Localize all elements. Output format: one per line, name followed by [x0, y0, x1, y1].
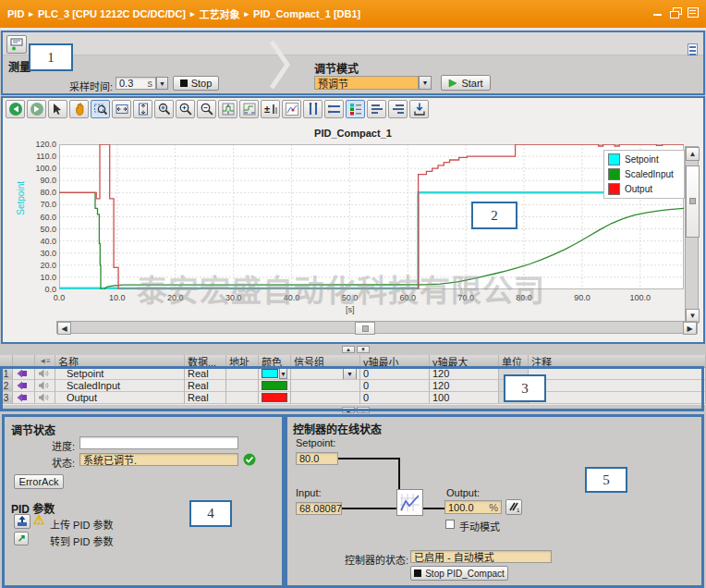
y-max-cell[interactable]: 120 — [430, 380, 499, 392]
upload-pid-params-label[interactable]: 上传 PID 参数 — [50, 517, 113, 532]
y-max-cell[interactable]: 120 — [430, 368, 499, 380]
tuning-mode-dropdown-icon[interactable]: ▼ — [419, 76, 432, 90]
signal-datatype-cell[interactable]: Real — [185, 368, 226, 380]
vertical-cursors-icon[interactable] — [303, 100, 323, 118]
output-field[interactable]: 100.0 % — [444, 500, 502, 514]
zoom-out-icon[interactable] — [197, 100, 216, 118]
fit-amplitude-icon[interactable] — [218, 100, 237, 118]
signal-name-cell[interactable]: Setpoint — [55, 368, 185, 380]
y-min-cell[interactable]: 0 — [360, 380, 430, 392]
header-unit[interactable]: 单位 — [499, 355, 529, 368]
manual-value-button[interactable]: 1 — [505, 499, 522, 515]
scroll-left-icon[interactable]: ◀ — [57, 322, 71, 335]
table-splitter-down-icon[interactable]: ▼ — [357, 407, 370, 413]
input-field[interactable]: 68.08087 — [296, 502, 342, 515]
signal-name-cell[interactable]: Output — [55, 392, 185, 404]
header-y-min[interactable]: y轴最小 — [360, 355, 430, 368]
sampling-time-input[interactable]: 0.3 s — [116, 77, 156, 90]
signal-color-cell[interactable]: ▼ — [259, 368, 291, 380]
chart-vertical-scrollbar[interactable]: ▲ ▼ — [685, 146, 699, 324]
fit-time-icon[interactable] — [239, 100, 259, 118]
tag-icon — [13, 392, 35, 404]
vertical-scroll-thumb[interactable] — [686, 165, 700, 238]
chart-horizontal-scrollbar[interactable]: ◀ ▶ — [56, 321, 698, 334]
zoom-vertical-icon[interactable] — [133, 100, 152, 118]
signal-name-cell[interactable]: ScaledInput — [55, 380, 185, 392]
align-right-icon[interactable] — [388, 100, 408, 118]
signal-datatype-cell[interactable]: Real — [185, 380, 226, 392]
breadcrumb-segment[interactable]: PID_Compact_1 [DB1] — [253, 8, 360, 19]
panel-options-icon[interactable] — [688, 43, 698, 55]
signal-group-cell[interactable] — [291, 380, 360, 392]
header-comment[interactable]: 注释 — [529, 355, 706, 368]
window-minimize-icon[interactable] — [652, 7, 663, 18]
horizontal-cursors-icon[interactable] — [324, 100, 344, 118]
window-float-icon[interactable] — [670, 7, 681, 18]
signal-address-cell[interactable] — [226, 392, 259, 404]
align-left-icon[interactable] — [367, 100, 386, 118]
signal-address-cell[interactable] — [226, 380, 259, 392]
breadcrumb-segment[interactable]: 工艺对象 — [200, 6, 240, 21]
breadcrumb-segment[interactable]: PLC_3 [CPU 1212C DC/DC/DC] — [38, 8, 186, 19]
signal-group-cell[interactable] — [291, 392, 360, 404]
y-min-cell[interactable]: 0 — [360, 368, 430, 380]
horizontal-scroll-thumb[interactable] — [355, 322, 375, 335]
zoom-in-icon[interactable] — [176, 100, 195, 118]
manual-mode-checkbox[interactable] — [445, 520, 455, 529]
header-datatype[interactable]: 数据... — [185, 355, 226, 368]
color-swatch[interactable] — [262, 381, 287, 390]
controller-state-field: 已启用 - 自动模式 — [410, 550, 552, 563]
tuning-mode-select[interactable]: 预调节 — [314, 76, 419, 90]
color-swatch[interactable] — [262, 369, 278, 378]
window-maximize-icon[interactable] — [688, 7, 699, 18]
header-y-max[interactable]: y轴最大 — [430, 355, 499, 368]
error-ack-button[interactable]: ErrorAck — [14, 474, 64, 489]
legend-icon[interactable] — [346, 100, 365, 118]
goto-pid-params-button[interactable]: ↗ — [14, 532, 29, 545]
breadcrumb[interactable]: PID▸PLC_3 [CPU 1212C DC/DC/DC]▸工艺对象▸PID_… — [7, 6, 360, 21]
pan-hand-icon[interactable] — [69, 100, 89, 118]
setpoint-field[interactable]: 80.0 — [296, 452, 338, 465]
stop-pid-compact-button[interactable]: Stop PID_Compact — [410, 566, 508, 581]
legend-label: Output — [625, 184, 652, 194]
y-min-cell[interactable]: 0 — [360, 392, 430, 404]
color-swatch[interactable] — [262, 393, 287, 402]
tuning-status-panel: 调节状态 进度: 状态: 系统已调节. ErrorAck PID 参数 ⚠ 上传… — [2, 414, 285, 588]
scroll-right-icon[interactable]: ▶ — [683, 322, 697, 335]
upload-pid-params-button[interactable] — [14, 514, 30, 529]
zoom-region-icon[interactable] — [91, 100, 110, 118]
sampling-unit-dropdown-icon[interactable]: ▼ — [156, 77, 168, 90]
undo-icon[interactable] — [6, 100, 25, 118]
comment-cell[interactable] — [529, 380, 706, 392]
tuning-start-button[interactable]: Start — [441, 75, 491, 91]
signal-color-cell[interactable] — [259, 392, 291, 404]
splitter-collapse-icon[interactable]: ▲ — [342, 346, 355, 353]
select-cursor-icon[interactable] — [48, 100, 67, 118]
y-max-cell[interactable]: 100 — [430, 392, 499, 404]
comment-cell[interactable] — [529, 392, 706, 404]
signal-datatype-cell[interactable]: Real — [185, 392, 226, 404]
measure-stop-button[interactable]: Stop — [173, 76, 219, 91]
goto-pid-params-label[interactable]: 转到 PID 参数 — [50, 533, 113, 548]
redo-icon[interactable] — [27, 100, 46, 118]
export-icon[interactable] — [409, 100, 429, 118]
zoom-horizontal-icon[interactable] — [112, 100, 131, 118]
signal-group-cell[interactable]: ▼ — [291, 368, 360, 380]
measure-onoff-icon[interactable] — [6, 35, 27, 54]
auto-scale-icon[interactable]: ± — [261, 100, 280, 118]
zoom-dynamic-icon[interactable] — [154, 100, 174, 118]
signal-group-dropdown-icon[interactable]: ▼ — [343, 368, 357, 380]
header-color[interactable]: 颜色 — [259, 355, 291, 368]
table-splitter-up-icon[interactable]: ▲ — [342, 407, 355, 413]
splitter-expand-icon[interactable]: ▼ — [357, 346, 370, 353]
scroll-up-icon[interactable]: ▲ — [686, 147, 700, 161]
curve-values-icon[interactable] — [282, 100, 301, 118]
signal-address-cell[interactable] — [226, 368, 259, 380]
header-address[interactable]: 地址 — [226, 355, 259, 368]
header-signal-group[interactable]: 信号组 — [291, 355, 360, 368]
breadcrumb-segment[interactable]: PID — [7, 8, 24, 19]
signal-color-cell[interactable] — [259, 380, 291, 392]
comment-cell[interactable] — [529, 368, 706, 380]
header-name[interactable]: 名称 — [55, 355, 185, 368]
color-dropdown-icon[interactable]: ▼ — [279, 368, 287, 379]
